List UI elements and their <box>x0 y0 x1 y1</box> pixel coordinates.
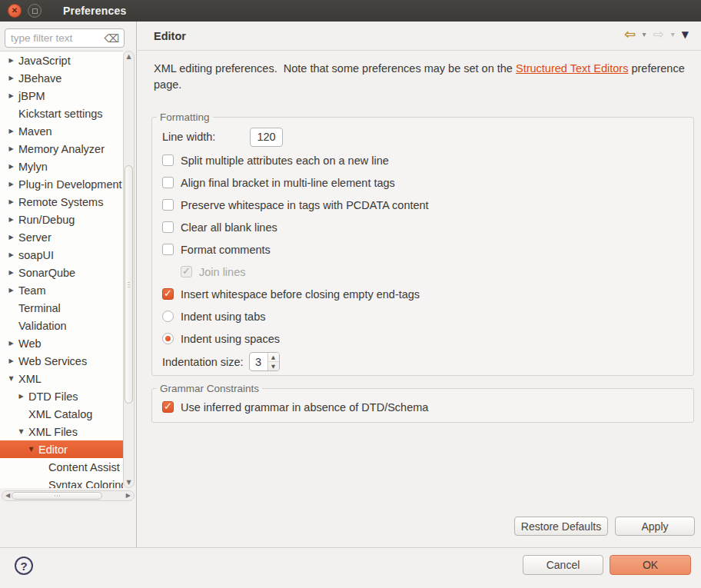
sidebar-item-label: DTD Files <box>26 390 78 403</box>
spinner-down-icon[interactable]: ▼ <box>268 362 279 370</box>
sidebar-item-server[interactable]: ▶Server <box>0 228 123 246</box>
sidebar-item-label: Remote Systems <box>16 196 103 208</box>
sidebar-item-sonarqube[interactable]: ▶SonarQube <box>0 264 123 281</box>
checkbox-format-comments[interactable] <box>162 244 174 255</box>
apply-button[interactable]: Apply <box>615 517 695 536</box>
sidebar-item-web-services[interactable]: ▶Web Services <box>0 352 123 370</box>
collapsed-arrow-icon[interactable]: ▶ <box>6 145 16 152</box>
checkbox-preserve-whitespace-in-tags-with-pcdata-content[interactable] <box>162 199 174 211</box>
help-button[interactable]: ? <box>15 556 33 575</box>
collapsed-arrow-icon[interactable]: ▶ <box>6 198 16 205</box>
sidebar-item-soapui[interactable]: ▶soapUI <box>0 246 123 264</box>
window-maximize-button[interactable] <box>28 4 42 18</box>
sidebar-item-label: Server <box>16 231 51 244</box>
spinner-buttons: ▲ ▼ <box>267 353 279 370</box>
dialog-footer: ? Cancel OK <box>0 547 701 588</box>
checkbox-split-multiple-attributes-each-on-a-new-line[interactable] <box>162 154 174 166</box>
radio-indent-using-tabs[interactable] <box>162 311 174 322</box>
collapsed-arrow-icon[interactable]: ▶ <box>6 128 16 135</box>
back-dropdown-icon[interactable]: ▾ <box>642 30 646 38</box>
collapsed-arrow-icon[interactable]: ▶ <box>6 181 16 188</box>
sidebar-item-jbpm[interactable]: ▶jBPM <box>0 87 123 105</box>
back-icon[interactable]: ⇦ <box>624 28 635 41</box>
scroll-right-icon[interactable]: ▶ <box>126 492 131 499</box>
forward-dropdown-icon[interactable]: ▾ <box>671 30 675 38</box>
collapsed-arrow-icon[interactable]: ▶ <box>6 269 16 276</box>
checkbox-insert-whitespace-before-closing-empty-end-tags[interactable]: ✓ <box>162 288 174 300</box>
collapsed-arrow-icon[interactable]: ▶ <box>6 57 16 64</box>
sidebar-item-xml-catalog[interactable]: XML Catalog <box>0 405 123 423</box>
collapsed-arrow-icon[interactable]: ▶ <box>6 75 16 81</box>
sidebar-item-jbehave[interactable]: ▶JBehave <box>0 69 123 87</box>
sidebar-item-kickstart-settings[interactable]: Kickstart settings <box>0 105 123 122</box>
history-navigation: ⇦ ▾ ⇨ ▾ ▼ <box>624 28 689 41</box>
view-menu-icon[interactable]: ▼ <box>682 29 689 40</box>
radio-indent-using-spaces[interactable] <box>162 333 174 344</box>
filter-input[interactable] <box>5 32 104 44</box>
collapsed-arrow-icon[interactable]: ▶ <box>6 216 16 223</box>
sidebar-item-label: JBehave <box>16 72 61 85</box>
sidebar-item-content-assist[interactable]: Content Assist <box>0 458 123 476</box>
sidebar-item-terminal[interactable]: Terminal <box>0 299 123 317</box>
sidebar-item-mylyn[interactable]: ▶Mylyn <box>0 158 123 175</box>
option-row-preserve-whitespace-in-tags-with-pcdata-content: Preserve whitespace in tags with PCDATA … <box>152 194 693 216</box>
sidebar-item-team[interactable]: ▶Team <box>0 281 123 299</box>
checkbox-clear-all-blank-lines[interactable] <box>162 221 174 233</box>
vertical-scrollbar-thumb[interactable] <box>125 165 133 404</box>
vertical-scrollbar[interactable]: ▲ ▼ <box>123 51 135 488</box>
help-icon: ? <box>20 560 27 573</box>
structured-text-editors-link[interactable]: Structured Text Editors <box>516 62 628 75</box>
collapsed-arrow-icon[interactable]: ▶ <box>6 340 16 347</box>
sidebar-item-xml-files[interactable]: ▼XML Files <box>0 423 123 440</box>
option-label: Indent using tabs <box>181 311 265 323</box>
scroll-down-icon[interactable]: ▼ <box>124 479 134 486</box>
cancel-button[interactable]: Cancel <box>523 555 603 575</box>
scroll-left-icon[interactable]: ◀ <box>5 492 10 499</box>
sidebar-item-dtd-files[interactable]: ▶DTD Files <box>0 387 123 405</box>
sidebar-item-maven[interactable]: ▶Maven <box>0 122 123 140</box>
option-label: Use inferred grammar in absence of DTD/S… <box>181 401 428 414</box>
sidebar-item-plug-in-development[interactable]: ▶Plug-in Development <box>0 175 123 193</box>
sidebar-item-editor[interactable]: ▼Editor <box>0 440 123 458</box>
expanded-arrow-icon[interactable]: ▼ <box>16 428 26 435</box>
line-width-label: Line width: <box>162 131 250 143</box>
sidebar-item-memory-analyzer[interactable]: ▶Memory Analyzer <box>0 140 123 158</box>
line-width-input[interactable] <box>250 128 283 147</box>
sidebar-item-javascript[interactable]: ▶JavaScript <box>0 51 123 69</box>
preferences-tree: ▶JavaScript▶JBehave▶jBPMKickstart settin… <box>0 51 123 488</box>
sidebar-item-syntax-coloring[interactable]: Syntax Coloring <box>0 476 123 488</box>
collapsed-arrow-icon[interactable]: ▶ <box>6 234 16 241</box>
checkbox-align-final-bracket-in-multi-line-element-tags[interactable] <box>162 177 174 188</box>
sidebar-item-xml[interactable]: ▼XML <box>0 370 123 387</box>
clear-filter-icon[interactable]: ⌫ <box>104 32 124 45</box>
collapsed-arrow-icon[interactable]: ▶ <box>6 287 16 294</box>
sidebar-item-validation[interactable]: Validation <box>0 317 123 334</box>
indentation-size-spinner: 3 ▲ ▼ <box>249 352 280 371</box>
spinner-up-icon[interactable]: ▲ <box>268 353 279 362</box>
option-label: Format comments <box>181 244 271 256</box>
expanded-arrow-icon[interactable]: ▼ <box>6 375 16 382</box>
sidebar-item-label: Kickstart settings <box>16 108 103 120</box>
sidebar-item-label: Content Assist <box>46 461 120 473</box>
forward-icon[interactable]: ⇨ <box>653 28 663 41</box>
horizontal-scrollbar-thumb[interactable] <box>12 492 102 500</box>
collapsed-arrow-icon[interactable]: ▶ <box>16 393 26 400</box>
restore-defaults-button[interactable]: Restore Defaults <box>514 517 608 536</box>
sidebar-item-remote-systems[interactable]: ▶Remote Systems <box>0 193 123 211</box>
sidebar-item-label: Web <box>16 337 42 350</box>
checkbox-use-inferred-grammar-in-absence-of-dtd-schema[interactable]: ✓ <box>162 401 174 413</box>
ok-button[interactable]: OK <box>610 555 691 575</box>
collapsed-arrow-icon[interactable]: ▶ <box>6 92 16 99</box>
indentation-size-value[interactable]: 3 <box>250 353 267 370</box>
sidebar-item-web[interactable]: ▶Web <box>0 334 123 352</box>
horizontal-scrollbar[interactable]: ◀ ▶ <box>2 490 135 501</box>
collapsed-arrow-icon[interactable]: ▶ <box>6 251 16 258</box>
header-separator <box>138 50 701 51</box>
line-width-row: Line width: <box>152 125 693 149</box>
collapsed-arrow-icon[interactable]: ▶ <box>6 357 16 364</box>
collapsed-arrow-icon[interactable]: ▶ <box>6 163 16 170</box>
sidebar-item-run-debug[interactable]: ▶Run/Debug <box>0 211 123 228</box>
expanded-arrow-icon[interactable]: ▼ <box>26 446 36 453</box>
window-close-button[interactable]: ✕ <box>8 4 22 18</box>
scroll-up-icon[interactable]: ▲ <box>124 53 134 60</box>
